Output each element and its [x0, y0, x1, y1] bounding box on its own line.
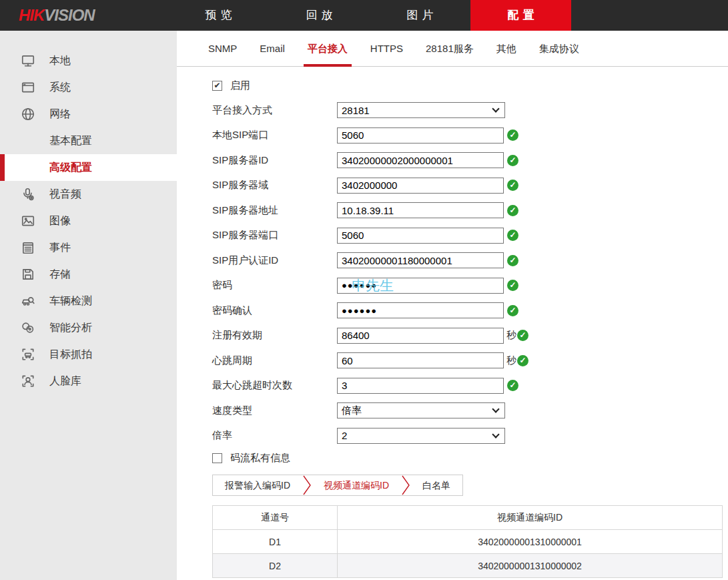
sidebar-item-label: 视音频 [49, 188, 81, 202]
logo-hik: HIK [19, 6, 44, 24]
field-label: 心跳周期 [212, 354, 337, 367]
sidebar-item-local[interactable]: 本地 [0, 47, 177, 74]
tab-email[interactable]: Email [257, 31, 288, 66]
valid-check-icon: ✓ [507, 180, 518, 191]
valid-check-icon: ✓ [507, 230, 518, 241]
form-row-local-sip-port: 本地SIP端口 ✓ [212, 127, 728, 143]
sip-server-port-input[interactable] [337, 228, 504, 244]
stream-private-info-label: 码流私有信息 [230, 452, 290, 465]
sidebar-item-label: 基本配置 [49, 134, 92, 148]
image-icon [21, 214, 35, 228]
platform-access-mode-select[interactable]: 28181 [337, 102, 505, 118]
main-nav: 预览 回放 图片 配置 [168, 0, 571, 31]
sidebar-item-target-capture[interactable]: 目标抓拍 [0, 341, 177, 368]
nav-tab-preview[interactable]: 预览 [168, 0, 269, 31]
form-row-registration-validity: 注册有效期 秒 ✓ [212, 328, 728, 344]
sidebar-item-label: 目标抓拍 [49, 348, 92, 362]
cell-channel: D2 [213, 554, 338, 578]
sidebar-item-face-library[interactable]: 人脸库 [0, 368, 177, 394]
vehicle-detection-icon [21, 294, 35, 308]
tab-28181-service[interactable]: 28181服务 [423, 31, 476, 66]
tab-platform-access[interactable]: 平台接入 [305, 31, 350, 66]
field-label: SIP用户认证ID [212, 254, 337, 267]
sidebar-item-advanced-config[interactable]: 高级配置 [0, 154, 177, 181]
valid-check-icon: ✓ [517, 330, 528, 341]
audio-video-icon [21, 187, 35, 202]
nav-tab-configuration[interactable]: 配置 [470, 0, 571, 31]
sidebar-item-storage[interactable]: 存储 [0, 261, 177, 288]
sip-server-id-input[interactable] [337, 152, 504, 168]
tab-https[interactable]: HTTPS [368, 31, 406, 66]
stream-private-info-checkbox[interactable] [212, 453, 222, 463]
heartbeat-interval-input[interactable] [337, 352, 504, 368]
network-icon [21, 107, 35, 121]
sidebar-item-vehicle-detection[interactable]: 车辆检测 [0, 288, 177, 314]
nav-tab-picture[interactable]: 图片 [370, 0, 470, 31]
hikvision-logo: HIKVISION [19, 7, 95, 23]
sidebar-item-audio-video[interactable]: 视音频 [0, 181, 177, 208]
registration-validity-input[interactable] [337, 328, 504, 344]
sip-server-domain-input[interactable] [337, 178, 504, 194]
sidebar-item-network[interactable]: 网络 [0, 101, 177, 127]
topbar: HIKVISION 预览 回放 图片 配置 [0, 0, 728, 31]
logo-vision: VISION [44, 6, 94, 24]
sip-server-address-input[interactable] [337, 202, 504, 218]
red-chevron-icon [401, 475, 410, 495]
sidebar-item-label: 事件 [49, 241, 71, 255]
face-library-icon [21, 374, 35, 388]
password-confirm-input[interactable]: ●●●●●● [337, 302, 504, 318]
field-label: 密码 [212, 279, 337, 292]
tab-integration-protocol[interactable]: 集成协议 [536, 31, 582, 66]
sidebar-item-event[interactable]: 事件 [0, 234, 177, 261]
smart-analysis-icon [21, 320, 35, 335]
event-icon [21, 240, 35, 255]
multiplier-select[interactable]: 2 [337, 428, 505, 444]
max-heartbeat-timeout-input[interactable] [337, 378, 504, 394]
chevron-down-icon [492, 430, 499, 438]
col-header-video-channel-id: 视频通道编码ID [338, 506, 723, 530]
field-label: 注册有效期 [212, 329, 337, 342]
valid-check-icon: ✓ [507, 129, 518, 141]
form-row-password: 密码 ●●●●●● ✓ 申先生 [212, 278, 728, 294]
field-label: SIP服务器地址 [212, 204, 337, 217]
form-row-platform-access-mode: 平台接入方式 28181 [212, 102, 728, 118]
platform-access-form: ✔ 启用 平台接入方式 28181 本地SIP端口 ✓ SIP服务器ID ✓ S… [177, 67, 728, 578]
valid-check-icon: ✓ [507, 305, 518, 316]
valid-check-icon: ✓ [507, 155, 518, 166]
field-label: 最大心跳超时次数 [212, 379, 337, 392]
main-content: SNMP Email 平台接入 HTTPS 28181服务 其他 集成协议 ✔ … [177, 31, 728, 580]
form-row-sip-user-auth-id: SIP用户认证ID ✓ [212, 252, 728, 268]
local-sip-port-input[interactable] [337, 127, 504, 143]
chevron-down-icon [492, 405, 499, 412]
sidebar-item-smart-analysis[interactable]: 智能分析 [0, 314, 177, 341]
sidebar-item-label: 本地 [49, 54, 71, 68]
subtab-video-channel-id[interactable]: 视频通道编码ID [312, 475, 401, 495]
tab-other[interactable]: 其他 [494, 31, 519, 66]
field-label: 速度类型 [212, 404, 337, 417]
password-input[interactable]: ●●●●●● [337, 278, 504, 294]
unit-seconds: 秒 [506, 354, 516, 367]
sidebar-item-system[interactable]: 系统 [0, 74, 177, 101]
sidebar-item-basic-config[interactable]: 基本配置 [0, 127, 177, 154]
sidebar-item-label: 网络 [49, 107, 71, 121]
sip-user-auth-id-input[interactable] [337, 252, 504, 268]
video-channel-table: 通道号 视频通道编码ID D1 34020000001310000001 D2 … [212, 505, 723, 578]
valid-check-icon: ✓ [507, 205, 518, 216]
chevron-down-icon [492, 105, 499, 112]
field-label: SIP服务器域 [212, 179, 337, 192]
enable-row: ✔ 启用 [212, 80, 728, 91]
table-row: D2 34020000001310000002 [213, 554, 723, 578]
form-row-sip-server-port: SIP服务器端口 ✓ [212, 228, 728, 244]
tab-snmp[interactable]: SNMP [206, 31, 240, 66]
form-row-sip-server-id: SIP服务器ID ✓ [212, 152, 728, 168]
id-subtab-bar: 报警输入编码ID 视频通道编码ID 白名单 [212, 475, 463, 496]
sidebar-item-image[interactable]: 图像 [0, 208, 177, 234]
speed-type-select[interactable]: 倍率 [337, 402, 505, 418]
nav-tab-playback[interactable]: 回放 [269, 0, 370, 31]
subtab-whitelist[interactable]: 白名单 [410, 475, 462, 495]
subtab-alarm-input-id[interactable]: 报警输入编码ID [213, 475, 302, 495]
sidebar-item-label: 图像 [49, 214, 71, 228]
sidebar-item-label: 车辆检测 [49, 294, 92, 308]
enable-checkbox[interactable]: ✔ [212, 81, 222, 91]
cell-channel: D1 [213, 530, 338, 554]
